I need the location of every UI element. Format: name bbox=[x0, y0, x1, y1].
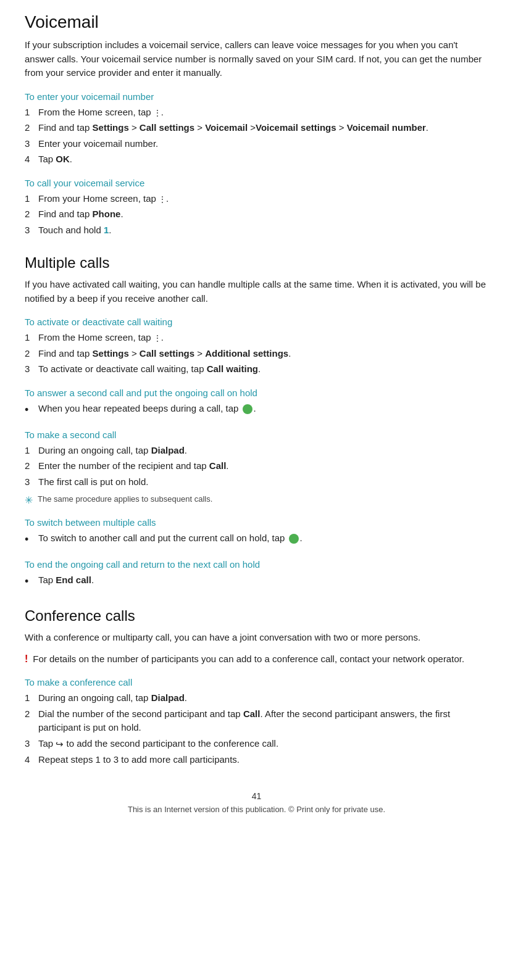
make-second-step-3: 3 The first call is put on hold. bbox=[25, 475, 488, 489]
activate-call-waiting-steps: 1 From the Home screen, tap ⋮. 2 Find an… bbox=[25, 331, 488, 376]
activate-step-1: 1 From the Home screen, tap ⋮. bbox=[25, 331, 488, 345]
enter-voicemail-heading: To enter your voicemail number bbox=[25, 91, 488, 102]
enter-voicemail-step-4: 4 Tap OK. bbox=[25, 152, 488, 167]
end-call-list: • Tap End call. bbox=[25, 573, 488, 590]
page-number: 41 bbox=[25, 791, 488, 801]
merge-icon: ↪ bbox=[56, 738, 64, 749]
make-conference-step-1: 1 During an ongoing call, tap Dialpad. bbox=[25, 691, 488, 705]
switch-calls-list: • To switch to another call and put the … bbox=[25, 531, 488, 548]
answer-second-bullet: • When you hear repeated beeps during a … bbox=[25, 402, 488, 418]
warning-icon: ! bbox=[25, 654, 28, 665]
conference-warning-text: For details on the number of participant… bbox=[33, 652, 464, 666]
make-conference-steps: 1 During an ongoing call, tap Dialpad. 2… bbox=[25, 691, 488, 766]
switch-calls-bullet: • To switch to another call and put the … bbox=[25, 531, 488, 548]
page-footer: 41 This is an Internet version of this p… bbox=[25, 791, 488, 814]
answer-second-heading: To answer a second call and put the ongo… bbox=[25, 388, 488, 398]
switch-calls-heading: To switch between multiple calls bbox=[25, 517, 488, 528]
make-conference-heading: To make a conference call bbox=[25, 677, 488, 687]
enter-voicemail-steps: 1 From the Home screen, tap ⋮. 2 Find an… bbox=[25, 106, 488, 167]
conference-calls-title: Conference calls bbox=[25, 607, 488, 625]
voicemail-title: Voicemail bbox=[25, 12, 488, 32]
tip-icon: ✳ bbox=[25, 494, 33, 506]
tip-text: The same procedure applies to subsequent… bbox=[38, 494, 212, 505]
activate-call-waiting-heading: To activate or deactivate call waiting bbox=[25, 317, 488, 327]
multiple-calls-title: Multiple calls bbox=[25, 254, 488, 272]
multiple-calls-intro: If you have activated call waiting, you … bbox=[25, 278, 488, 305]
activate-step-2: 2 Find and tap Settings > Call settings … bbox=[25, 347, 488, 361]
grid-icon-2: ⋮ bbox=[159, 195, 166, 204]
voicemail-intro: If your subscription includes a voicemai… bbox=[25, 38, 488, 80]
call-voicemail-step-3: 3 Touch and hold 1. bbox=[25, 223, 488, 238]
call-voicemail-steps: 1 From your Home screen, tap ⋮. 2 Find a… bbox=[25, 192, 488, 238]
enter-voicemail-step-2: 2 Find and tap Settings > Call settings … bbox=[25, 121, 488, 135]
answer-second-list: • When you hear repeated beeps during a … bbox=[25, 402, 488, 418]
call-voicemail-heading: To call your voicemail service bbox=[25, 178, 488, 188]
tip-box: ✳ The same procedure applies to subseque… bbox=[25, 494, 488, 506]
make-second-steps: 1 During an ongoing call, tap Dialpad. 2… bbox=[25, 444, 488, 489]
make-second-heading: To make a second call bbox=[25, 430, 488, 440]
footer-text: This is an Internet version of this publ… bbox=[25, 805, 488, 814]
end-call-bullet: • Tap End call. bbox=[25, 573, 488, 590]
enter-voicemail-step-1: 1 From the Home screen, tap ⋮. bbox=[25, 106, 488, 120]
grid-icon: ⋮ bbox=[154, 109, 161, 117]
make-conference-step-3: 3 Tap ↪ to add the second participant to… bbox=[25, 737, 488, 751]
make-second-step-2: 2 Enter the number of the recipient and … bbox=[25, 459, 488, 473]
call-voicemail-step-1: 1 From your Home screen, tap ⋮. bbox=[25, 192, 488, 206]
enter-voicemail-step-3: 3 Enter your voicemail number. bbox=[25, 137, 488, 151]
make-conference-step-2: 2 Dial the number of the second particip… bbox=[25, 707, 488, 735]
grid-icon-3: ⋮ bbox=[154, 334, 161, 343]
warning-box: ! For details on the number of participa… bbox=[25, 652, 488, 666]
call-voicemail-step-2: 2 Find and tap Phone. bbox=[25, 207, 488, 222]
activate-step-3: 3 To activate or deactivate call waiting… bbox=[25, 362, 488, 376]
green-phone-icon-2 bbox=[289, 534, 299, 544]
conference-calls-intro: With a conference or multiparty call, yo… bbox=[25, 631, 488, 645]
green-phone-icon bbox=[243, 404, 252, 414]
end-call-heading: To end the ongoing call and return to th… bbox=[25, 559, 488, 570]
make-second-step-1: 1 During an ongoing call, tap Dialpad. bbox=[25, 444, 488, 458]
make-conference-step-4: 4 Repeat steps 1 to 3 to add more call p… bbox=[25, 753, 488, 767]
